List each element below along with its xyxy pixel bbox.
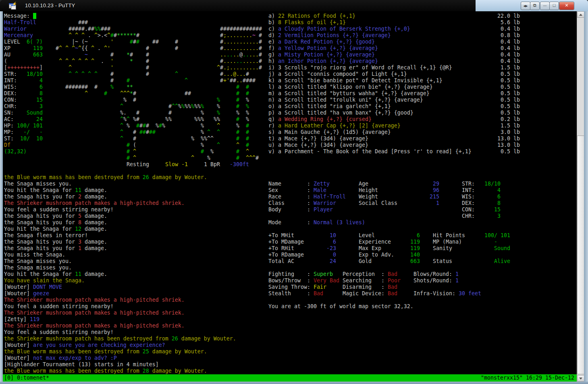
terminal-line: +To MDamage bbox=[268, 239, 304, 245]
terminal-line: 0.2 lb bbox=[491, 116, 520, 123]
terminal-line: % bbox=[201, 129, 204, 136]
terminal-line: # bbox=[236, 97, 239, 103]
terminal-line: # bbox=[246, 129, 249, 136]
terminal-line: ^ bbox=[185, 77, 188, 84]
terminal-line: 663 bbox=[410, 258, 420, 265]
terminal-line: 0.5 lb bbox=[491, 90, 520, 97]
terminal-line: (32,32) bbox=[4, 148, 27, 155]
terminal-line: Gold bbox=[359, 258, 372, 265]
terminal-line: ^ bbox=[191, 155, 194, 161]
terminal-line: %#% bbox=[156, 123, 165, 129]
terminal-line: % bbox=[110, 84, 114, 90]
terminal-line: WIS: bbox=[462, 194, 475, 200]
terminal-line: # bbox=[168, 110, 172, 116]
terminal-line: 3.0 lb bbox=[491, 129, 520, 136]
terminal-line: 30 feet bbox=[459, 290, 481, 297]
maximize-button[interactable]: □ bbox=[549, 2, 559, 10]
terminal-line: ' bbox=[110, 58, 114, 65]
window-border-right bbox=[584, 11, 588, 384]
scroll-down-button[interactable] bbox=[577, 375, 584, 382]
terminal-line: Stealth bbox=[268, 290, 291, 297]
terminal-line: ### bbox=[78, 19, 88, 26]
terminal-line: . bbox=[101, 58, 104, 65]
terminal-line: %% bbox=[214, 116, 220, 123]
terminal-line: 0.5 lb bbox=[491, 148, 520, 155]
terminal-line: ^ bbox=[217, 123, 220, 129]
minimize-button[interactable]: — bbox=[540, 2, 550, 10]
terminal-line: l) a Scroll titled "klispo orn bie" {+,?… bbox=[268, 84, 433, 90]
terminal-line: # bbox=[136, 110, 139, 116]
terminal-scrollbar[interactable] bbox=[577, 11, 584, 382]
pop-out-button[interactable]: ⧉ bbox=[530, 2, 540, 10]
terminal-line: ^ bbox=[217, 142, 220, 148]
terminal-line: You miss the Snaga. bbox=[4, 252, 65, 258]
terminal-line: Fair bbox=[314, 284, 326, 290]
terminal-line: HP: 100/ 101 bbox=[4, 123, 43, 129]
terminal-line: Resting bbox=[127, 161, 149, 168]
terminal-line: 119 bbox=[410, 245, 420, 252]
terminal-line: # bbox=[127, 77, 130, 84]
terminal-line: # bbox=[236, 155, 239, 161]
terminal-line: 4 bbox=[497, 187, 501, 194]
maximize-icon: □ bbox=[553, 3, 556, 8]
terminal-line: f) a Yellow Potion {+,?} {average} bbox=[268, 45, 378, 52]
terminal-line: 22.0 lb bbox=[491, 13, 520, 19]
title-bar[interactable]: ⚡ 10.10.10.23 - PuTTY ◀▶ ⧉ — □ ✕ bbox=[0, 0, 588, 11]
terminal-line: Experience bbox=[359, 239, 391, 245]
terminal-line: : Bad bbox=[307, 290, 323, 297]
terminal-line: the Blue worm mass has been destroyed fr… bbox=[4, 174, 207, 181]
putty-icon-lightning: ⚡ bbox=[12, 2, 17, 6]
terminal-line: # bbox=[146, 65, 149, 71]
scroll-up-icon bbox=[579, 14, 582, 16]
terminal-line: DEX: 8 bbox=[4, 90, 43, 97]
terminal-line: #^ ^ ^~^{{ ^ . ^' bbox=[56, 45, 110, 52]
terminal-line: s) a Main Gauche {+,?} (1d5) {average} bbox=[268, 129, 391, 136]
terminal-line: * bbox=[130, 58, 133, 65]
terminal-line: The Snaga misses you. bbox=[4, 265, 72, 271]
terminal-line: % bbox=[207, 155, 210, 161]
close-button[interactable]: ✕ bbox=[559, 2, 574, 10]
terminal-line: ^ bbox=[217, 129, 220, 136]
nav-arrows-button[interactable]: ◀▶ bbox=[521, 2, 530, 10]
terminal-line: [Wouter] are you sure you are checking e… bbox=[4, 342, 165, 349]
terminal-line: # bbox=[246, 142, 249, 148]
terminal-line: Warrior bbox=[4, 26, 27, 32]
terminal-line: 0.4 lb bbox=[491, 39, 520, 45]
scrollbar-thumb[interactable] bbox=[577, 136, 584, 374]
terminal-screen[interactable]: Message: Half-TrollWarriorMercenaryLEVEL… bbox=[3, 11, 577, 374]
terminal-line: Perception bbox=[343, 271, 375, 278]
terminal-line: 140 bbox=[410, 252, 420, 258]
terminal-line: ^ ^ ^ ^ ^ ^ bbox=[59, 58, 94, 65]
terminal-line: #...@...# bbox=[220, 71, 249, 77]
terminal-line: # bbox=[127, 148, 130, 155]
terminal-line: # bbox=[127, 155, 130, 161]
window-border-left bbox=[0, 11, 3, 384]
terminal-line: # bbox=[104, 90, 107, 97]
terminal-line: 0 bbox=[333, 252, 336, 258]
terminal-line: The Shrieker mushroom patch makes a high… bbox=[4, 297, 185, 303]
putty-app-icon[interactable]: ⚡ bbox=[9, 2, 16, 9]
terminal-line: 0.8 lb bbox=[491, 32, 520, 39]
terminal-line: You hit the Snaga for 12 damage. bbox=[4, 226, 107, 232]
terminal-line: ^ bbox=[120, 136, 123, 142]
terminal-line: ##### bbox=[139, 129, 156, 136]
terminal-line: You feel a sudden stirring nearby! bbox=[4, 329, 114, 336]
terminal-line: [++++++++++] bbox=[4, 65, 43, 71]
terminal-line: # bbox=[110, 52, 114, 58]
terminal-line: k) a Scroll "bie banbie pot" of Detect I… bbox=[268, 77, 443, 84]
terminal-line: 6 bbox=[417, 232, 420, 239]
scroll-up-button[interactable] bbox=[577, 11, 584, 18]
terminal-line: 0.4 lb bbox=[491, 52, 520, 58]
terminal-line: # bbox=[236, 103, 239, 110]
terminal-line: 96 bbox=[433, 187, 439, 194]
terminal-line: # bbox=[175, 39, 178, 45]
terminal-line: # bbox=[246, 136, 249, 142]
terminal-line: %%% bbox=[194, 116, 204, 123]
terminal-line: # bbox=[201, 148, 204, 155]
terminal-line: ^ ^ ^ ^ ^ bbox=[69, 71, 98, 77]
terminal-line: u) a Mace {+,?} (3d4) {average} bbox=[268, 142, 368, 148]
terminal-line: % bbox=[201, 142, 204, 148]
terminal-line: WIS: 6 bbox=[4, 84, 43, 90]
terminal-line: e) a Dark Red Potion {+,?} {good} bbox=[268, 39, 375, 45]
terminal-line: Infra-Vision: bbox=[413, 290, 455, 297]
